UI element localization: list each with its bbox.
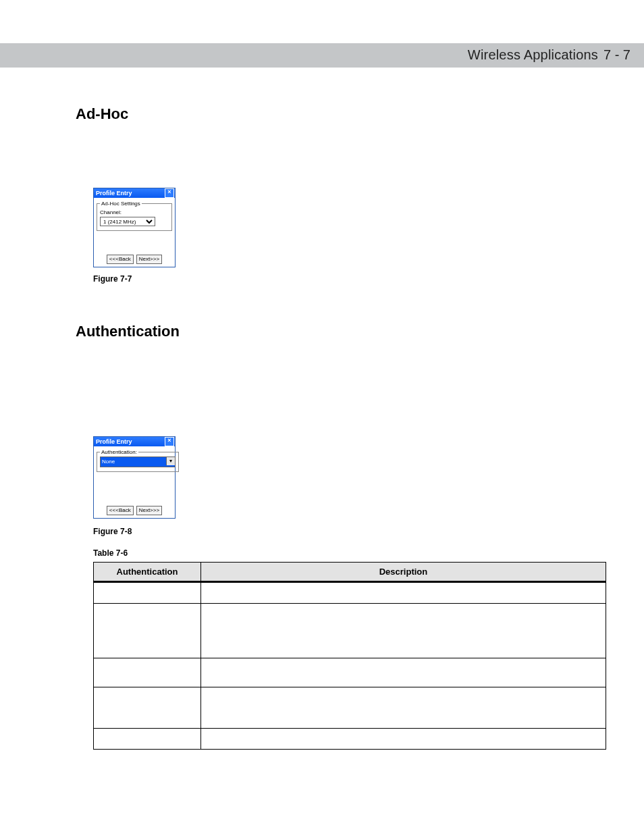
figure-caption-7-7: Figure 7-7 [93, 274, 132, 284]
dialog-body: Authentication: None ▾ [94, 446, 175, 472]
section-heading-adhoc: Ad-Hoc [76, 105, 128, 123]
header-title: Wireless Applications [468, 47, 598, 63]
dialog-title: Profile Entry [96, 190, 132, 197]
header-page-number: 7 - 7 [603, 47, 630, 63]
table-cell-auth [94, 729, 201, 750]
channel-select[interactable]: 1 (2412 MHz) [100, 217, 155, 226]
group-legend: Authentication: [100, 449, 138, 455]
close-icon[interactable]: × [165, 188, 174, 198]
profile-entry-dialog-auth: Profile Entry × Authentication: None ▾ <… [93, 436, 176, 519]
table-header-row: Authentication Description [94, 563, 606, 582]
back-button[interactable]: <<<Back [107, 506, 134, 515]
table-cell-desc [201, 582, 606, 604]
table-row [94, 658, 606, 687]
table-cell-desc [201, 729, 606, 750]
dialog-body: Ad-Hoc Settings Channel: 1 (2412 MHz) [94, 198, 175, 231]
table-row [94, 729, 606, 750]
next-button[interactable]: Next>>> [136, 506, 162, 515]
dialog-button-row: <<<Back Next>>> [94, 255, 175, 264]
authentication-group: Authentication: None ▾ [97, 449, 179, 472]
group-legend: Ad-Hoc Settings [100, 201, 142, 207]
back-button[interactable]: <<<Back [107, 255, 134, 264]
table-row [94, 604, 606, 658]
table-header-description: Description [201, 563, 606, 582]
authentication-table: Authentication Description [93, 562, 606, 750]
document-page: Wireless Applications 7 - 7 Ad-Hoc Profi… [0, 0, 644, 834]
dialog-titlebar: Profile Entry × [94, 188, 175, 198]
dialog-title: Profile Entry [96, 438, 132, 445]
table-cell-desc [201, 687, 606, 729]
section-heading-authentication: Authentication [76, 323, 180, 340]
dialog-button-row: <<<Back Next>>> [94, 506, 175, 515]
table-cell-auth [94, 582, 201, 604]
table-cell-desc [201, 604, 606, 658]
table-cell-auth [94, 687, 201, 729]
dialog-titlebar: Profile Entry × [94, 437, 175, 446]
table-cell-auth [94, 658, 201, 687]
close-icon[interactable]: × [165, 437, 174, 446]
table-row [94, 582, 606, 604]
adhoc-settings-group: Ad-Hoc Settings Channel: 1 (2412 MHz) [97, 201, 172, 231]
table-header-authentication: Authentication [94, 563, 201, 582]
profile-entry-dialog-adhoc: Profile Entry × Ad-Hoc Settings Channel:… [93, 188, 176, 267]
table-caption-7-6: Table 7-6 [93, 548, 128, 558]
authentication-select[interactable]: None ▾ [100, 457, 176, 467]
table-row [94, 687, 606, 729]
page-header-band: Wireless Applications 7 - 7 [0, 43, 644, 68]
table-cell-auth [94, 604, 201, 658]
channel-label: Channel: [100, 209, 169, 215]
figure-caption-7-8: Figure 7-8 [93, 527, 132, 536]
table-cell-desc [201, 658, 606, 687]
next-button[interactable]: Next>>> [136, 255, 162, 264]
chevron-down-icon: ▾ [166, 457, 175, 465]
authentication-value: None [102, 458, 115, 466]
